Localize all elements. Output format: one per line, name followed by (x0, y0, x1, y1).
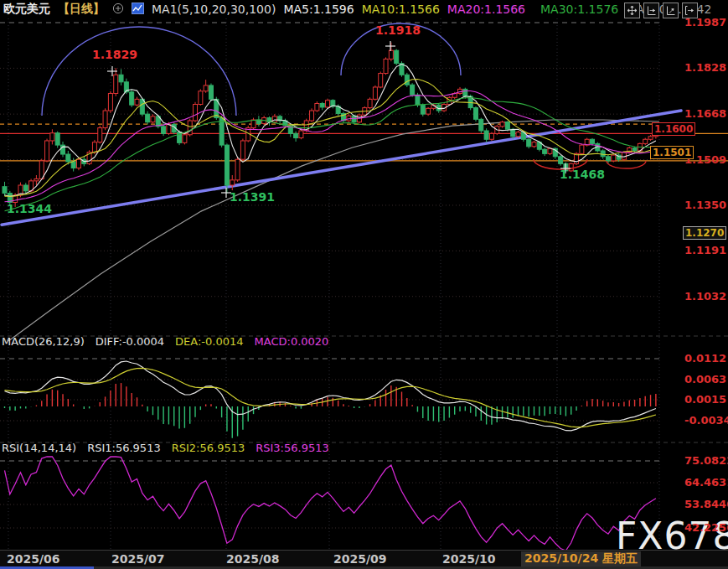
move-icon (627, 5, 638, 16)
macd-panel-header: MACD(26,12,9) DIFF:-0.0004 DEA:-0.0014 M… (2, 335, 328, 348)
month-label: 2025/10 (442, 552, 496, 566)
price-tag-1600: 1.1600 (652, 122, 695, 136)
chart-annotation: 1.1829 (92, 48, 137, 61)
price-tag-1270: 1.1270 (683, 226, 726, 240)
fit-time-axis-button[interactable] (643, 3, 659, 18)
ma10-value: MA10:1.1566 (362, 3, 440, 16)
macd-axis-label: 0.0112 (684, 352, 726, 365)
rsi-panel-header: RSI(14,14,14) RSI1:56.9513 RSI2:56.9513 … (2, 442, 329, 454)
chart-annotation: 1.1391 (230, 190, 275, 204)
macd-axis-label: -0.0034 (684, 414, 728, 427)
highlighted-date-label: 2025/10/24 星期五 (521, 551, 641, 566)
month-label: 2025/09 (333, 552, 387, 566)
price-tag-1501: 1.1501 (650, 146, 694, 159)
ma5-value: MA5:1.1596 (283, 3, 354, 16)
y-axis-label: 1.1191 (684, 244, 726, 256)
symbol-name: 欧元美元 (3, 2, 50, 17)
month-label: 2025/07 (111, 552, 165, 566)
chart-annotation: 1.1918 (375, 23, 421, 37)
rsi-axis-label: 42.2250 (684, 521, 728, 534)
price-axis-icon (665, 5, 676, 16)
ma-settings-label: MA1(5,10,20,30,100) (152, 3, 276, 16)
fit-price-axis-button[interactable] (663, 3, 679, 18)
circle-plus-icon[interactable] (112, 3, 124, 17)
y-axis-label: 1.1668 (684, 107, 726, 120)
chart-canvas[interactable] (0, 0, 728, 569)
period-label: 【日线】 (58, 2, 105, 17)
trading-chart-window: 欧元美元 【日线】 MA1(5,10,20,30,100) MA5:1.1596… (0, 0, 728, 569)
rsi-axis-label: 53.8440 (684, 498, 728, 510)
pan-right-icon (684, 5, 695, 16)
rsi2-value: RSI2:56.9513 (172, 442, 245, 454)
chart-toolbar (624, 3, 698, 18)
time-axis-icon (646, 5, 657, 16)
move-tool-button[interactable] (624, 3, 640, 18)
rsi-title-label: RSI(14,14,14) (2, 442, 76, 454)
ma30-value: MA30:1.1576 (540, 3, 618, 16)
macd-title-label: MACD(26,12,9) (2, 335, 85, 348)
macd-dea-value: DEA:-0.0014 (175, 335, 243, 348)
macd-axis-label: 0.0063 (684, 373, 726, 385)
chart-annotation: 1.1344 (7, 202, 52, 215)
rsi-axis-label: 75.0822 (684, 454, 728, 467)
macd-hist-value: MACD:0.0020 (255, 335, 329, 348)
rsi1-value: RSI1:56.9513 (87, 442, 161, 454)
month-label: 2025/08 (226, 552, 280, 566)
chart-header: 欧元美元 【日线】 MA1(5,10,20,30,100) MA5:1.1596… (0, 0, 728, 18)
pan-to-latest-button[interactable] (682, 3, 698, 18)
macd-axis-label: 0.0015 (684, 393, 726, 406)
macd-diff-value: DIFF:-0.0004 (96, 335, 164, 348)
y-axis-label: 1.1350 (684, 199, 726, 211)
ma20-value: MA20:1.1566 (447, 3, 525, 16)
line-chart-icon[interactable] (132, 3, 144, 17)
y-axis-label: 1.1828 (684, 61, 726, 74)
chart-annotation: 1.1468 (560, 168, 605, 181)
y-axis-label: 1.1032 (684, 290, 726, 303)
month-label: 2025/06 (7, 552, 60, 566)
rsi3-value: RSI3:56.9513 (256, 442, 329, 454)
rsi-axis-label: 64.4631 (684, 476, 728, 489)
